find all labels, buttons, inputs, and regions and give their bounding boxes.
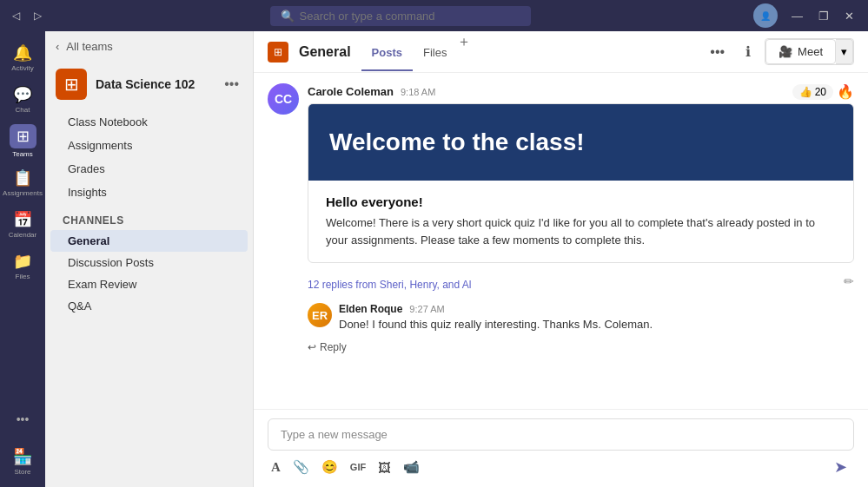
search-bar[interactable]: 🔍 [270,6,531,26]
more-options-button[interactable]: ••• [703,41,732,63]
channel-item-qna[interactable]: Q&A [50,295,248,317]
user-avatar[interactable]: 👤 [753,3,778,28]
team-more-button[interactable]: ••• [221,75,242,94]
back-button[interactable]: ◁ [7,6,25,25]
card-body-heading: Hello everyone! [326,194,836,209]
app-body: 🔔 Activity 💬 Chat ⊞ Teams 📋 Assignments … [0,31,868,487]
store-icon: 🏪 [13,447,32,466]
card-body-text: Welcome! There is a very short quick qui… [326,214,836,248]
welcome-card: Welcome to the class! Hello everyone! We… [308,103,854,263]
sidebar-item-chat[interactable]: 💬 Chat [3,80,42,118]
main-content: ⊞ General Posts Files ＋ ••• ℹ 🎥 Meet ▾ [254,31,868,487]
titlebar: ◁ ▷ 🔍 👤 — ❐ ✕ [0,0,868,31]
nav-item-class-notebook[interactable]: Class Notebook [50,110,248,134]
thumbs-up-icon: 👍 [799,86,812,98]
sidebar-nav: Class Notebook Assignments Grades Insigh… [45,107,253,207]
files-label: Files [16,273,30,280]
sidebar-item-teams[interactable]: ⊞ Teams [3,122,42,160]
channel-tabs: Posts Files ＋ [361,33,472,70]
format-button[interactable]: A [269,458,282,477]
maximize-button[interactable]: ❐ [812,6,836,26]
video-icon: 🎥 [779,45,792,58]
assignments-icon: 📋 [13,168,32,188]
avatar: CC [268,83,299,115]
attach-button[interactable]: 📎 [291,457,311,477]
nav-item-insights[interactable]: Insights [50,181,248,204]
search-icon: 🔍 [281,10,295,23]
meet-dropdown-button[interactable]: ▾ [836,39,853,64]
sidebar-item-assignments[interactable]: 📋 Assignments [3,163,42,201]
titlebar-nav: ◁ ▷ [7,6,47,25]
activity-label: Activity [11,64,33,72]
minimize-button[interactable]: — [785,6,810,26]
activity-bar: 🔔 Activity 💬 Chat ⊞ Teams 📋 Assignments … [0,31,45,487]
back-label: All teams [66,40,112,53]
more-icon: ••• [17,412,30,426]
channel-item-exam-review[interactable]: Exam Review [50,273,248,295]
send-button[interactable]: ➤ [829,456,852,478]
message-input-area: Type a new message A 📎 😊 GIF 🖼 📹 ➤ [254,409,868,487]
send-icon: ➤ [834,458,847,476]
store-label: Store [14,468,30,476]
sticker-button[interactable]: 🖼 [376,458,393,477]
add-tab-button[interactable]: ＋ [457,33,471,70]
message-reactions: 👍 20 🔥 [792,83,854,100]
back-to-teams[interactable]: ‹ All teams [45,31,253,62]
titlebar-right: 👤 — ❐ ✕ [753,3,861,28]
reply-content: Elden Roque 9:27 AM Done! I found this q… [339,303,854,331]
gif-button[interactable]: GIF [348,460,368,474]
meet-toolbar-button[interactable]: 📹 [401,457,421,477]
calendar-icon: 📅 [13,210,32,229]
nav-item-assignments[interactable]: Assignments [50,134,248,157]
sidebar-item-calendar[interactable]: 📅 Calendar [3,205,42,243]
reply-button[interactable]: ↩ Reply [308,341,854,353]
emoji-button[interactable]: 😊 [320,457,340,477]
reply-label: Reply [320,341,347,353]
team-header: ⊞ Data Science 102 ••• [45,62,253,107]
sidebar-item-activity[interactable]: 🔔 Activity [3,38,42,76]
reply-text: Done! I found this quiz really interesti… [339,318,854,331]
chat-label: Chat [16,106,30,114]
close-button[interactable]: ✕ [838,6,861,26]
info-button[interactable]: ℹ [739,40,758,63]
welcome-card-header: Welcome to the class! [308,104,853,181]
meet-button[interactable]: 🎥 Meet [765,39,836,64]
nav-item-grades[interactable]: Grades [50,157,248,181]
tab-files[interactable]: Files [413,34,457,71]
teams-label: Teams [12,150,33,158]
replies-link[interactable]: 12 replies from Sheri, Henry, and Al [308,279,472,291]
assignments-label: Assignments [3,189,43,197]
channel-team-icon: ⊞ [268,42,288,63]
channels-header: Channels [45,207,253,230]
message-toolbar: A 📎 😊 GIF 🖼 📹 ➤ [268,451,854,478]
reply-meta: Elden Roque 9:27 AM [339,303,854,315]
reaction-count: 20 [815,86,826,98]
channel-item-discussion-posts[interactable]: Discussion Posts [50,252,248,273]
meet-label: Meet [798,45,823,58]
forward-button[interactable]: ▷ [29,6,47,25]
channel-item-general[interactable]: General [50,230,248,252]
search-input[interactable] [300,10,474,23]
reply-time: 9:27 AM [409,304,444,314]
team-name: Data Science 102 [96,77,212,91]
sidebar-item-more[interactable]: ••• [3,400,42,438]
files-icon: 📁 [13,252,32,271]
reply-arrow-icon: ↩ [308,341,316,353]
chat-area: CC Carole Coleman 9:18 AM 👍 20 🔥 [254,73,868,409]
welcome-card-title: Welcome to the class! [329,128,832,156]
message-content: Carole Coleman 9:18 AM 👍 20 🔥 Welc [308,83,854,353]
message-placeholder: Type a new message [281,428,388,441]
tab-posts[interactable]: Posts [361,34,413,71]
reply-count-text: 12 replies from Sheri, Henry, and Al [308,279,472,291]
channel-header-actions: ••• ℹ 🎥 Meet ▾ [703,38,854,65]
window-controls: — ❐ ✕ [785,6,861,26]
back-arrow-icon: ‹ [56,40,59,53]
sidebar-item-store[interactable]: 🏪 Store [3,442,42,480]
chat-icon: 💬 [13,85,32,104]
team-icon: ⊞ [56,69,87,100]
sidebar-item-files[interactable]: 📁 Files [3,247,42,285]
message-input-box[interactable]: Type a new message [268,418,854,451]
channel-title: General [299,44,351,60]
reaction-button[interactable]: 👍 20 [792,84,833,100]
edit-icon[interactable]: ✏ [844,274,854,288]
